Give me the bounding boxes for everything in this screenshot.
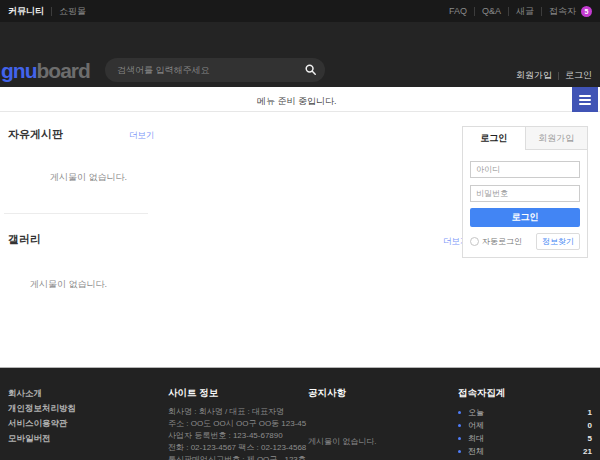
header: gnuboard 회원가입 로그인 [0, 22, 600, 87]
tab-login[interactable]: 로그인 [463, 127, 525, 150]
logo-text-gnu: gnu [1, 59, 36, 82]
footer-link-privacy[interactable]: 개인정보처리방침 [8, 401, 76, 416]
menu-placeholder-text: 메뉴 준비 중입니다. [257, 95, 337, 108]
hamburger-icon [579, 95, 591, 105]
user-id-field[interactable] [470, 161, 580, 178]
login-widget: 로그인 회원가입 로그인 자동로그인 정보찾기 [462, 126, 588, 258]
footer-link-company[interactable]: 회사소개 [8, 386, 76, 401]
topbar-link-faq[interactable]: FAQ [449, 6, 467, 16]
stat-row-today: 오늘 1 [458, 406, 592, 419]
tab-signup[interactable]: 회원가입 [525, 127, 588, 150]
search-input[interactable] [117, 65, 305, 75]
stat-value: 21 [583, 447, 592, 456]
footer-link-mobile[interactable]: 모바일버전 [8, 431, 76, 446]
footer: 회사소개 개인정보처리방침 서비스이용약관 모바일버전 사이트 정보 회사명 :… [0, 367, 600, 460]
login-link[interactable]: 로그인 [565, 69, 592, 82]
divider [51, 7, 52, 16]
visitor-stats: 오늘 1 어제 0 최대 5 전체 21 [458, 406, 592, 458]
login-options: 자동로그인 정보찾기 [470, 233, 580, 250]
footer-siteinfo-title: 사이트 정보 [168, 387, 218, 400]
siteinfo-line: 주소 : OO도 OO시 OO구 OO동 123-45 [168, 418, 306, 430]
stat-row-total: 전체 21 [458, 445, 592, 458]
find-info-link[interactable]: 정보찾기 [536, 233, 580, 250]
topbar-link-community[interactable]: 커뮤니티 [8, 5, 44, 18]
divider [508, 7, 509, 16]
topbar-link-new-posts[interactable]: 새글 [516, 5, 534, 18]
stat-row-max: 최대 5 [458, 432, 592, 445]
menu-toggle-button[interactable] [572, 87, 598, 112]
bullet-icon [458, 424, 461, 427]
siteinfo-line: 회사명 : 회사명 / 대표 : 대표자명 [168, 406, 306, 418]
stat-label: 어제 [468, 420, 484, 431]
login-submit-button[interactable]: 로그인 [470, 208, 580, 227]
divider [558, 72, 559, 80]
board-section-title: 자유게시판 [8, 127, 63, 142]
logo-text-board: board [36, 59, 89, 82]
topbar-link-visitors[interactable]: 접속자 [549, 5, 576, 18]
siteinfo-line: 전화 : 02-123-4567 팩스 : 02-123-4568 [168, 442, 306, 454]
divider [474, 7, 475, 16]
siteinfo-line: 통신판매업신고번호 : 제 OO구 - 123호 [168, 454, 306, 460]
bullet-icon [458, 450, 461, 453]
bullet-icon [458, 437, 461, 440]
stat-label: 오늘 [468, 407, 484, 418]
menubar: 메뉴 준비 중입니다. [0, 87, 600, 112]
password-field[interactable] [470, 185, 580, 202]
stat-value: 5 [588, 434, 592, 443]
board-more-link[interactable]: 더보기 [129, 130, 155, 142]
header-member-links: 회원가입 로그인 [516, 69, 592, 82]
section-divider [4, 213, 148, 214]
footer-notice-empty: 게시물이 없습니다. [308, 436, 376, 447]
board-empty-message: 게시물이 없습니다. [50, 171, 127, 184]
topbar-left-links: 커뮤니티 쇼핑몰 [8, 5, 86, 18]
gallery-empty-message: 게시물이 없습니다. [30, 278, 107, 291]
stat-value: 1 [588, 408, 592, 417]
stat-value: 0 [588, 421, 592, 430]
footer-siteinfo: 회사명 : 회사명 / 대표 : 대표자명 주소 : OO도 OO시 OO구 O… [168, 406, 306, 460]
search-button[interactable] [305, 63, 316, 78]
auto-login-checkbox[interactable]: 자동로그인 [470, 236, 522, 247]
visitor-count-badge: 5 [581, 6, 592, 17]
footer-visitor-stats-title: 접속자집계 [458, 387, 506, 400]
login-widget-tabs: 로그인 회원가입 [463, 127, 587, 150]
page: 커뮤니티 쇼핑몰 FAQ Q&A 새글 접속자 5 gnuboard [0, 0, 600, 460]
topbar: 커뮤니티 쇼핑몰 FAQ Q&A 새글 접속자 5 [0, 0, 600, 22]
divider [541, 7, 542, 16]
gallery-section-title: 갤러리 [8, 232, 41, 247]
site-logo[interactable]: gnuboard [1, 59, 90, 83]
login-form: 로그인 자동로그인 정보찾기 [463, 150, 587, 257]
auto-login-label: 자동로그인 [482, 236, 522, 247]
stat-label: 최대 [468, 433, 484, 444]
bullet-icon [458, 411, 461, 414]
signup-link[interactable]: 회원가입 [516, 69, 552, 82]
topbar-link-shop[interactable]: 쇼핑몰 [59, 5, 86, 18]
stat-row-yesterday: 어제 0 [458, 419, 592, 432]
search-icon [305, 63, 316, 78]
search-bar [105, 58, 325, 82]
footer-links: 회사소개 개인정보처리방침 서비스이용약관 모바일버전 [8, 386, 76, 446]
siteinfo-line: 사업자 등록번호 : 123-45-67890 [168, 430, 306, 442]
footer-notice-title: 공지사항 [308, 387, 346, 400]
topbar-link-qna[interactable]: Q&A [482, 6, 501, 16]
topbar-right-links: FAQ Q&A 새글 접속자 5 [449, 5, 592, 18]
checkbox-icon [470, 237, 479, 246]
stat-label: 전체 [468, 446, 484, 457]
footer-link-terms[interactable]: 서비스이용약관 [8, 416, 76, 431]
